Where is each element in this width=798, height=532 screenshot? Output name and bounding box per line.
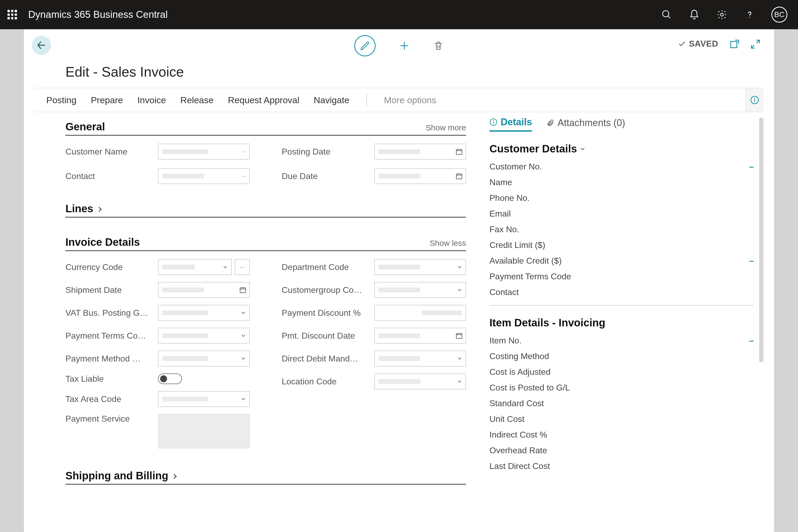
search-icon[interactable] [661,9,672,20]
calendar-icon[interactable] [455,172,463,180]
chevron-right-icon [171,470,179,481]
payment-terms-input[interactable] [158,328,250,344]
svg-line-11 [757,40,759,43]
paperclip-icon [546,119,554,127]
chevron-down-icon[interactable] [456,264,463,270]
chevron-down-icon[interactable] [240,396,247,402]
notifications-icon[interactable] [688,9,700,20]
direct-debit-input[interactable] [374,350,466,366]
calendar-icon[interactable] [239,286,247,294]
edit-mode-button[interactable] [354,35,376,56]
general-show-more[interactable]: Show more [425,123,466,132]
currency-ellipsis-button[interactable]: ⋯ [235,259,250,275]
tax-area-input[interactable] [158,391,250,407]
fb-row: Credit Limit ($) [490,240,754,250]
action-request-approval[interactable]: Request Approval [228,95,299,105]
section-shipping-billing-header[interactable]: Shipping and Billing [65,470,466,484]
field-vat-bus-posting: VAT Bus. Posting G… [65,305,250,321]
open-new-window-button[interactable] [729,39,740,50]
tab-attachments[interactable]: Attachments (0) [546,117,625,131]
section-shipping-billing-title: Shipping and Billing [65,470,168,481]
fb-row-label: Last Direct Cost [490,461,550,471]
help-icon[interactable] [744,9,756,20]
fb-row-value-link[interactable]: – [749,162,754,172]
chevron-down-icon[interactable] [222,264,228,270]
chevron-down-icon[interactable] [456,355,463,362]
tab-details[interactable]: Details [490,116,532,132]
more-options-button[interactable]: More options [384,95,436,105]
department-code-input[interactable] [374,259,466,275]
svg-point-34 [493,120,494,121]
chevron-down-icon[interactable] [240,332,247,339]
check-icon [678,40,686,48]
fb-customer-details-header[interactable]: Customer Details [490,143,754,155]
chevron-down-icon[interactable] [240,355,247,362]
due-date-input[interactable] [374,168,466,184]
field-payment-service: Payment Service [65,414,250,449]
general-form: Customer Name ⋯ Posting Date [65,136,466,184]
section-lines-title: Lines [65,203,93,214]
page-card: SAVED Edit - Sales Invoice Posting Prepa… [24,29,774,532]
shipment-date-input[interactable] [158,282,250,298]
section-general-header[interactable]: General Show more [65,121,466,136]
svg-rect-20 [456,174,462,179]
action-bar-divider [366,94,367,107]
location-code-input[interactable] [374,374,466,390]
delete-record-button[interactable] [433,40,444,51]
vat-bus-posting-input[interactable] [158,305,250,321]
pmt-discount-date-input[interactable] [374,328,466,344]
action-posting[interactable]: Posting [46,95,76,105]
section-general-title: General [65,121,105,133]
back-button[interactable] [32,36,51,55]
calendar-icon[interactable] [455,148,463,155]
section-lines-header[interactable]: Lines [65,203,466,217]
payment-method-input[interactable] [158,350,250,366]
section-invoice-details-header[interactable]: Invoice Details Show less [65,236,466,251]
info-icon [490,118,497,126]
factbox-scrollbar[interactable] [759,118,763,362]
fb-row-label: Item No. [490,336,521,345]
posting-date-input[interactable] [374,144,466,159]
new-record-button[interactable] [398,40,410,52]
payment-discount-pct-input[interactable] [374,305,466,321]
action-release[interactable]: Release [180,95,214,105]
field-tax-area: Tax Area Code [65,391,250,407]
svg-rect-16 [456,150,462,155]
action-prepare[interactable]: Prepare [91,95,123,105]
collapse-factbox-button[interactable] [750,39,761,50]
customergroup-code-input[interactable] [374,282,466,298]
field-department-code: Department Code [282,259,466,275]
info-icon [750,95,759,104]
action-navigate[interactable]: Navigate [314,95,349,105]
svg-point-0 [663,11,669,17]
settings-gear-icon[interactable] [716,9,728,20]
app-launcher-icon[interactable] [7,10,17,19]
fb-row-value-link[interactable]: – [749,256,754,266]
fb-row-label: Name [490,177,512,187]
factbox-tabs: Details Attachments (0) [490,112,754,132]
svg-rect-24 [240,288,246,293]
contact-input[interactable]: ⋯ [158,168,250,184]
customer-name-input[interactable]: ⋯ [158,144,250,159]
chevron-down-icon[interactable] [240,310,247,316]
fb-item-details-header[interactable]: Item Details - Invoicing [490,317,754,329]
chevron-down-icon[interactable] [456,287,463,293]
tax-liable-toggle[interactable] [158,374,182,384]
fb-row-label: Available Credit ($) [490,256,562,266]
pencil-icon [360,40,370,51]
action-invoice[interactable]: Invoice [137,95,166,105]
info-pane-toggle[interactable] [745,88,763,112]
chevron-down-icon[interactable] [456,378,463,385]
field-payment-method: Payment Method … [65,350,250,366]
fb-row-value-link[interactable]: – [749,336,754,345]
currency-code-input[interactable] [158,259,232,275]
fb-row: Payment Terms Code [490,271,754,281]
field-location-code: Location Code [282,374,466,390]
user-avatar[interactable]: BC [772,7,787,23]
fb-customer-details-list: Customer No.–NamePhone No.EmailFax No.Cr… [490,162,754,297]
fb-row-label: Payment Terms Code [490,271,571,281]
ellipsis-icon[interactable]: ⋯ [242,149,247,154]
calendar-icon[interactable] [455,332,463,339]
ellipsis-icon[interactable]: ⋯ [242,174,247,179]
invoice-details-show-less[interactable]: Show less [430,239,466,248]
